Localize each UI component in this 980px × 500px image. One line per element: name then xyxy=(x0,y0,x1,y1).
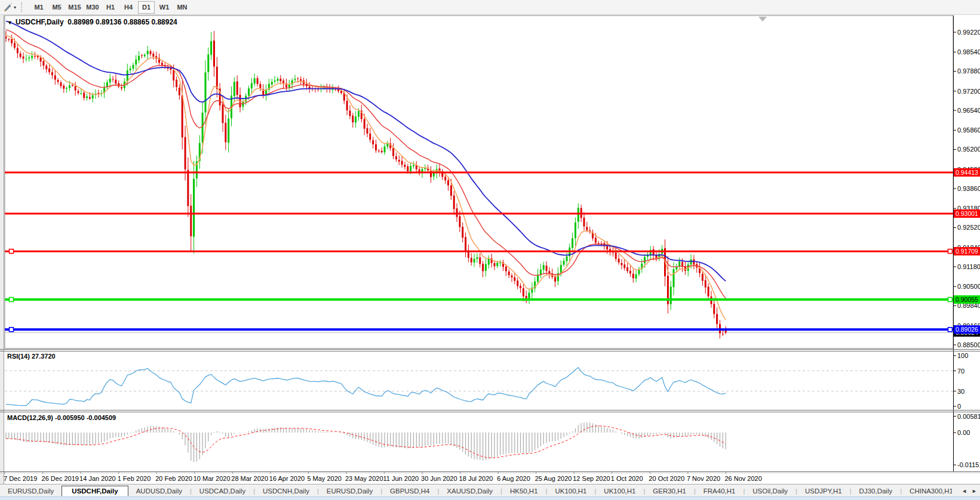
date-axis-label: 5 May 2020 xyxy=(307,475,341,482)
macd-axis-label: 0.005818 xyxy=(957,413,980,420)
toolbar-grip xyxy=(21,2,25,12)
crosshair-tool-button[interactable]: ▾ xyxy=(2,2,17,13)
line-handle[interactable] xyxy=(10,328,14,332)
date-axis-label: 7 Nov 2020 xyxy=(687,475,720,482)
line-handle[interactable] xyxy=(948,328,953,332)
rsi-axis-label: 0 xyxy=(957,403,961,410)
date-axis-label: 26 Dec 2019 xyxy=(42,475,79,482)
chevron-down-icon: ▾ xyxy=(14,5,16,10)
macd-indicator-label: MACD(12,26,9) -0.005950 -0.004509 xyxy=(7,414,116,421)
timeframe-button-m15[interactable]: M15 xyxy=(66,1,83,14)
price-axis-tick-label: 0.90500 xyxy=(957,283,980,290)
macd-signal-line xyxy=(6,426,726,458)
macd-axis-label: 0.00 xyxy=(957,429,970,436)
ohlc-values: 0.88989 0.89136 0.88865 0.88924 xyxy=(67,18,177,26)
tab-scroll-right-button[interactable]: ► xyxy=(972,488,977,494)
date-axis-label: 11 Jun 2020 xyxy=(383,475,419,482)
chart-tab-usdcad-daily[interactable]: USDCAD,Daily xyxy=(192,486,253,496)
price-axis-tick-label: 0.93860 xyxy=(957,185,980,192)
date-axis-label: 12 Sep 2020 xyxy=(573,475,610,482)
chart-tab-eurusd-daily[interactable]: EURUSD,Daily xyxy=(319,486,380,496)
line-handle[interactable] xyxy=(10,297,14,301)
date-axis-label: 23 May 2020 xyxy=(345,475,383,482)
chart-tab-usoil-daily[interactable]: USOil,Daily xyxy=(745,486,795,496)
rsi-axis-label: 30 xyxy=(957,388,964,395)
chart-tab-china300-h1[interactable]: CHINA300,H1 xyxy=(902,486,952,496)
macd-histogram xyxy=(6,422,726,462)
chart-tab-uk100-h1[interactable]: UK100,H1 xyxy=(547,486,594,496)
symbol-period-label: USDCHF,Daily xyxy=(16,18,64,26)
window-left-border xyxy=(0,14,4,498)
chart-tab-uk100-h1[interactable]: UK100,H1 xyxy=(596,486,643,496)
chart-tab-usdcnh-daily[interactable]: USDCNH,Daily xyxy=(255,486,317,496)
date-axis-label: 1 Oct 2020 xyxy=(611,475,643,482)
chart-tab-audusd-daily[interactable]: AUDUSD,Daily xyxy=(128,486,190,496)
date-axis-label: 14 Jan 2020 xyxy=(79,475,116,482)
timeframe-button-d1[interactable]: D1 xyxy=(138,1,155,14)
price-axis-tick-label: 0.98540 xyxy=(957,48,980,55)
trading-platform-window: ▾ M1M5M15M30H1H4D1W1MN 0.992200.985400.9… xyxy=(0,0,980,500)
price-axis-tick-label: 0.97880 xyxy=(957,67,980,75)
timeframe-toolbar: ▾ M1M5M15M30H1H4D1W1MN xyxy=(0,0,980,15)
timeframe-button-h1[interactable]: H1 xyxy=(102,1,119,14)
hline-price-label: 0.93001 xyxy=(956,210,978,217)
price-axis-tick-label: 0.96540 xyxy=(957,107,980,114)
timeframe-button-mn[interactable]: MN xyxy=(174,1,191,14)
line-handle[interactable] xyxy=(948,297,953,301)
macd-axis-label: -0.011514 xyxy=(957,461,980,468)
tab-scroll-left-button[interactable]: ◄ xyxy=(961,488,967,494)
chart-tab-usdjpy-h1[interactable]: USDJPY,H1 xyxy=(797,486,850,496)
price-axis-tick-label: 0.88500 xyxy=(957,341,980,348)
line-handle[interactable] xyxy=(948,249,953,254)
timeframe-button-h4[interactable]: H4 xyxy=(120,1,137,14)
date-axis-label: 7 Dec 2019 xyxy=(4,475,37,482)
chart-tab-fra40-h1[interactable]: FRA40,H1 xyxy=(696,486,744,496)
chart-tab-hk50-h1[interactable]: HK50,H1 xyxy=(502,486,546,496)
timeframe-button-m5[interactable]: M5 xyxy=(48,1,65,14)
price-axis-tick-label: 0.95200 xyxy=(957,146,980,153)
timeframe-buttons: M1M5M15M30H1H4D1W1MN xyxy=(30,1,191,14)
date-axis-label: 6 Aug 2020 xyxy=(497,475,530,482)
chart-tab-dj30-daily[interactable]: DJ30,Daily xyxy=(852,486,901,496)
chart-tab-usdchf-daily[interactable]: USDCHF,Daily xyxy=(62,486,128,496)
price-axis-tick-label: 0.97200 xyxy=(957,88,980,95)
date-axis-label: 16 Apr 2020 xyxy=(269,475,305,482)
chart-tab-gbpusd-h4[interactable]: GBPUSD,H4 xyxy=(382,486,437,496)
rsi-axis-label: 70 xyxy=(957,368,964,375)
hline-price-label: 0.94413 xyxy=(956,169,978,176)
price-axis-tick-label: 0.99220 xyxy=(957,29,980,36)
rsi-axis-label: 100 xyxy=(957,352,968,359)
date-axis-label: 20 Feb 2020 xyxy=(155,475,192,482)
hline-price-label: 0.91709 xyxy=(956,248,978,255)
date-axis-label: 30 Jun 2020 xyxy=(421,475,457,482)
status-strip xyxy=(0,496,980,500)
price-axis-tick-label: 0.91180 xyxy=(957,263,980,270)
timeframe-button-m1[interactable]: M1 xyxy=(30,1,47,14)
chart-tab-ger30-h1[interactable]: GER30,H1 xyxy=(645,486,694,496)
rsi-indicator-label: RSI(14) 27.3720 xyxy=(7,353,56,360)
date-axis-label: 26 Nov 2020 xyxy=(724,475,761,482)
tab-scroll-arrows: ◄ ► xyxy=(957,484,977,497)
date-axis-label: 10 Mar 2020 xyxy=(193,475,231,482)
chart-tab-eurusd-daily[interactable]: EURUSD,Daily xyxy=(0,486,62,496)
hline-price-label: 0.90055 xyxy=(956,296,978,303)
crosshair-icon xyxy=(3,2,13,12)
price-axis-tick-label: 0.92520 xyxy=(957,224,980,231)
collapse-triangle-icon[interactable]: ▼ xyxy=(7,20,13,26)
date-axis-label: 20 Oct 2020 xyxy=(649,475,684,482)
hline-price-label: 0.89026 xyxy=(956,326,978,333)
date-axis-label: 18 Jul 2020 xyxy=(459,475,493,482)
chart-tab-bar: EURUSD,DailyUSDCHF,DailyAUDUSD,Daily|USD… xyxy=(0,484,980,497)
rsi-line xyxy=(6,368,726,406)
price-axis-tick-label: 0.95860 xyxy=(957,126,980,134)
date-axis-label: 1 Feb 2020 xyxy=(118,475,151,482)
chart-title: ▼USDCHF,Daily 0.88989 0.89136 0.88865 0.… xyxy=(7,18,177,26)
timeframe-button-m30[interactable]: M30 xyxy=(84,1,101,14)
timeframe-button-w1[interactable]: W1 xyxy=(156,1,173,14)
date-axis-label: 25 Aug 2020 xyxy=(535,475,572,482)
chart-canvas: 0.992200.985400.978800.972000.965400.958… xyxy=(0,0,980,500)
line-handle[interactable] xyxy=(10,249,14,254)
chart-tabs: EURUSD,DailyUSDCHF,DailyAUDUSD,Daily|USD… xyxy=(0,484,952,497)
chart-tab-xauusd-daily[interactable]: XAUUSD,Daily xyxy=(439,486,500,496)
date-axis-label: 28 Mar 2020 xyxy=(231,475,268,482)
